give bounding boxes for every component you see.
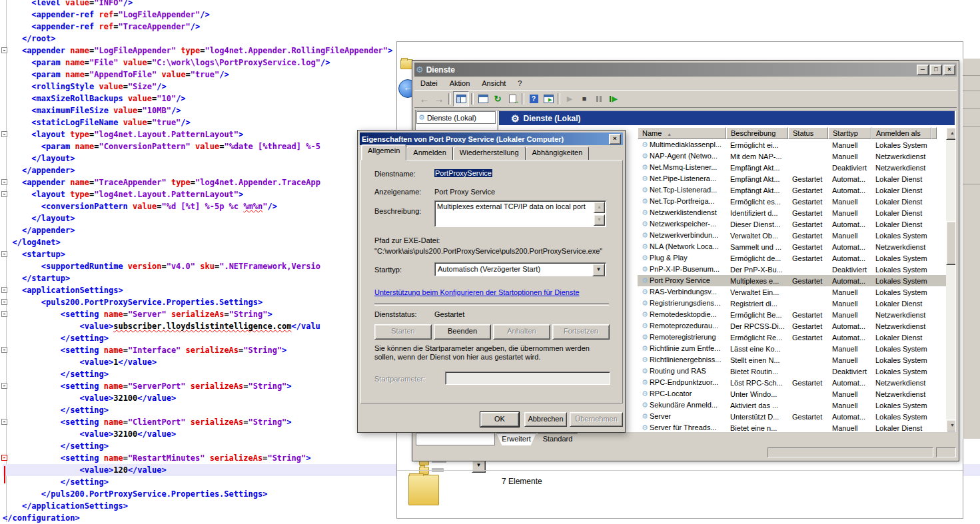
startoptions-help-link[interactable]: Unterstützung beim Konfigurieren der Sta… [374, 288, 580, 296]
vertical-scrollbar[interactable]: ▲ ▼ [946, 127, 956, 432]
fold-collapse-icon[interactable]: - [1, 287, 7, 293]
back-icon[interactable]: ← [417, 92, 432, 106]
table-row[interactable]: ⚙Net.Tcp-Listenerad...Empfängt Akt...Ges… [638, 184, 946, 196]
table-row[interactable]: ⚙RPC-Endpunktzuor...Löst RPC-Sch...Gesta… [638, 377, 946, 388]
table-row[interactable]: ⚙Remoteprozedurau...Der RPCSS-Di...Gesta… [638, 320, 946, 332]
fold-collapse-icon[interactable]: - [1, 419, 7, 425]
table-row[interactable]: ⚙NAP-Agent (Netwo...Mit dem NAP-...Manue… [638, 150, 946, 162]
export-list-icon[interactable]: → [505, 92, 520, 106]
table-row[interactable]: ⚙Server für Threads...Bietet eine n...Ma… [638, 422, 946, 431]
fold-collapse-icon[interactable]: - [1, 251, 7, 257]
restart-service-icon[interactable]: ▶ [606, 92, 621, 106]
table-row[interactable]: ⚙Net.Msmq-Listener...Empfängt Akt...Deak… [638, 162, 946, 173]
table-row[interactable]: ⚙Net.Tcp-Portfreiga...Ermöglicht es...Ge… [638, 196, 946, 207]
column-header-starttyp[interactable]: Starttyp [828, 127, 871, 139]
table-row[interactable]: ⚙Net.Pipe-Listenera...Empfängt Akt...Ges… [638, 173, 946, 184]
dropdown-button[interactable]: ▼ [472, 459, 486, 473]
table-row[interactable]: ⚙Netzwerkspeicher-...Dieser Dienst...Ges… [638, 218, 946, 230]
table-row[interactable]: ⚙PnP-X-IP-Busenum...Der PnP-X-Bu...Deakt… [638, 264, 946, 275]
table-row[interactable]: ⚙Sekundäre Anmeld...Aktiviert das ...Man… [638, 399, 946, 411]
fortsetzen-button[interactable]: Fortsetzen [552, 324, 610, 340]
startparameter-input[interactable] [445, 372, 610, 385]
ok-button[interactable]: OK [480, 412, 519, 427]
close-button[interactable]: × [943, 65, 955, 75]
menu-item-ansicht[interactable]: Ansicht [476, 79, 512, 87]
fold-collapse-icon[interactable]: - [1, 191, 7, 197]
scrollbar-thumb[interactable] [946, 221, 956, 265]
menu-item-aktion[interactable]: Aktion [444, 79, 476, 87]
tab-abhngigkeiten[interactable]: Abhängigkeiten [526, 146, 590, 160]
toolbar-separator [558, 93, 560, 105]
fold-collapse-icon[interactable]: - [1, 311, 7, 317]
tab-allgemein[interactable]: Allgemein [361, 144, 406, 160]
starttyp-combobox[interactable]: Automatisch (Verzögerter Start) ▼ [434, 262, 606, 276]
dialog-tabs: AllgemeinAnmeldenWiederherstellungAbhäng… [361, 147, 589, 160]
close-icon[interactable]: × [609, 134, 621, 144]
properties-icon[interactable] [476, 92, 490, 106]
service-gear-icon: ⚙ [642, 412, 648, 420]
scroll-down-icon[interactable]: ▼ [594, 214, 605, 226]
table-row[interactable]: ⚙Richtlinie zum Entfe...Lässt eine Ko...… [638, 343, 946, 354]
table-row[interactable]: ⚙RPC-LocatorUnter Windo...ManuellNetzwer… [638, 388, 946, 399]
fold-collapse-icon[interactable]: - [1, 299, 7, 305]
chevron-down-icon[interactable]: ▼ [592, 264, 605, 276]
service-gear-icon: ⚙ [642, 344, 648, 352]
maximize-button[interactable]: □ [930, 65, 942, 75]
fold-collapse-icon[interactable]: - [1, 131, 7, 137]
table-row-selected[interactable]: ⚙Port Proxy ServiceMultiplexes e...Gesta… [638, 275, 946, 286]
menu-item-datei[interactable]: Datei [414, 79, 444, 87]
table-row[interactable]: ⚙RemoteregistrierungErmöglicht Re...Gest… [638, 332, 946, 343]
fold-collapse-icon[interactable]: - [1, 383, 7, 389]
view-tab-erweitert[interactable]: Erweitert [496, 433, 536, 445]
title-bar[interactable]: ⚙ Dienste ─ □ × [414, 63, 957, 77]
forward-icon[interactable]: → [432, 92, 446, 106]
table-row[interactable]: ⚙Plug & PlayErmöglicht de...GestartetAut… [638, 252, 946, 264]
table-cell: Netzwerkdienst [871, 152, 931, 160]
table-row[interactable]: ⚙Routing und RASBietet Routin...Deaktivi… [638, 366, 946, 377]
table-row[interactable]: ⚙RAS-Verbindungsv...Verwaltet Ein...Manu… [638, 286, 946, 298]
table-row[interactable]: ⚙ServerUnterstützt D...GestartetAutomat.… [638, 411, 946, 422]
bernehmen-button[interactable]: Übernehmen [570, 412, 623, 427]
pause-service-icon[interactable] [592, 92, 606, 106]
beenden-button[interactable]: Beenden [434, 324, 491, 340]
abbrechen-button[interactable]: Abbrechen [524, 412, 567, 427]
view-tab-standard[interactable]: Standard [538, 433, 578, 445]
scroll-up-icon[interactable]: ▲ [946, 127, 956, 140]
show-console-tree-icon[interactable] [453, 91, 469, 107]
dienstname-value[interactable]: PortProxyService [434, 169, 492, 177]
table-row[interactable]: ⚙Remotedesktopdie...Ermöglicht Be...Gest… [638, 309, 946, 320]
beschreibung-text: Multiplexes external TCP/IP data on loca… [437, 202, 592, 210]
table-row[interactable]: ⚙Registrierungsdiens...Registriert di...… [638, 298, 946, 309]
sidebar-item-dienste-lokal[interactable]: ⚙ Dienste (Lokal) [416, 111, 496, 124]
table-row[interactable]: ⚙Multimediaklassenpl...Ermöglicht ei...M… [638, 139, 946, 150]
dialog-title-bar[interactable]: Eigenschaften von Port Proxy Service (Lo… [360, 132, 623, 145]
refresh-icon[interactable]: ↻ [490, 92, 505, 106]
column-header-anmeldenals[interactable]: Anmelden als [871, 127, 931, 139]
column-header-beschreibung[interactable]: Beschreibung [726, 127, 788, 139]
start-service-icon[interactable]: ▶ [562, 92, 577, 106]
minimize-button[interactable]: ─ [917, 65, 929, 75]
table-header[interactable]: Name▲BeschreibungStatusStarttypAnmelden … [638, 127, 937, 139]
table-cell: ⚙RPC-Endpunktzuor... [638, 378, 726, 387]
scroll-down-icon[interactable]: ▼ [946, 419, 956, 432]
fold-collapse-icon[interactable]: - [1, 455, 7, 461]
help-icon[interactable]: ? [526, 92, 541, 106]
fold-collapse-icon[interactable]: - [1, 179, 7, 185]
fold-collapse-icon[interactable]: - [1, 47, 7, 53]
new-window-icon[interactable]: ▶ [541, 92, 556, 106]
table-row[interactable]: ⚙Netzwerkverbindun...Verwaltet Ob...Gest… [638, 230, 946, 241]
scroll-up-icon[interactable]: ▲ [594, 202, 605, 213]
table-row[interactable]: ⚙Richtlinienergebniss...Stellt einen N..… [638, 354, 946, 366]
stop-service-icon[interactable]: ■ [577, 92, 592, 106]
column-header-name[interactable]: Name▲ [638, 127, 726, 139]
column-header-status[interactable]: Status [788, 127, 828, 139]
tab-wiederherstellung[interactable]: Wiederherstellung [453, 146, 526, 160]
fold-collapse-icon[interactable]: - [1, 347, 7, 353]
table-row[interactable]: ⚙NetzwerklistendienstIdentifiziert d...G… [638, 207, 946, 218]
starten-button[interactable]: Starten [374, 324, 432, 340]
table-row[interactable]: ⚙NLA (Network Loca...Sammelt und ...Gest… [638, 241, 946, 252]
anhalten-button[interactable]: Anhalten [493, 324, 550, 340]
beschreibung-textbox[interactable]: Multiplexes external TCP/IP data on loca… [434, 200, 606, 227]
tab-anmelden[interactable]: Anmelden [406, 146, 453, 160]
menu-item-[interactable]: ? [512, 79, 528, 87]
